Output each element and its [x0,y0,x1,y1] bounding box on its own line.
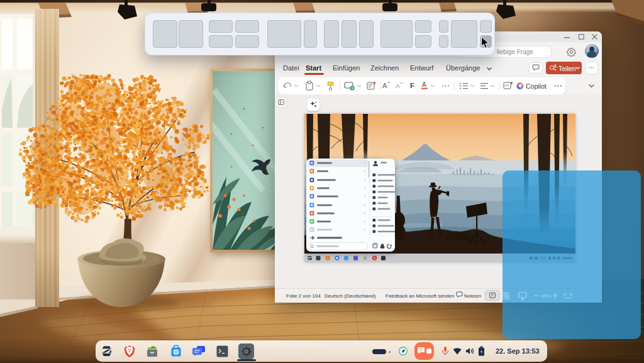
svg-text:A: A [422,81,426,88]
svg-text:Copilot: Copilot [526,82,547,90]
svg-text:F: F [410,82,414,89]
svg-text:49%: 49% [541,293,551,299]
svg-text:A: A [396,82,400,89]
svg-text:A: A [382,82,387,89]
